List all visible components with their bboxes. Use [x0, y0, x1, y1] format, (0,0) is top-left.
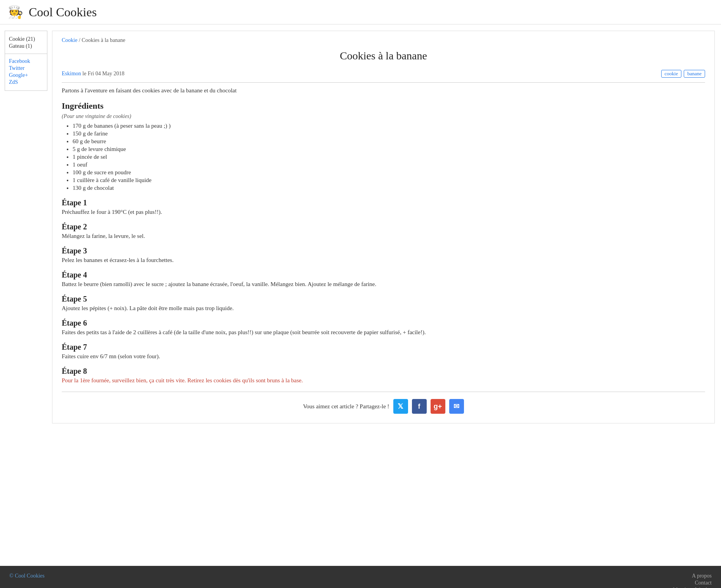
article-author-line: Eskimon le Fri 04 May 2018: [62, 71, 124, 77]
footer-link-contact[interactable]: Contact: [695, 580, 712, 586]
step-6-title: Étape 6: [62, 319, 705, 328]
breadcrumb: Cookie / Cookies à la banane: [62, 37, 705, 43]
page-layout: Cookie (21) Gateau (1) Facebook Twitter …: [0, 24, 721, 566]
sidebar-link-facebook[interactable]: Facebook: [9, 58, 43, 65]
sidebar-item-cookie[interactable]: Cookie (21): [9, 36, 43, 43]
sidebar-social: Facebook Twitter Google+ ZdS: [5, 56, 47, 87]
ingredients-title: Ingrédients: [62, 101, 705, 111]
footer-link-apropos[interactable]: A propos: [692, 573, 712, 579]
share-twitter-button[interactable]: 𝕏: [393, 399, 408, 414]
sidebar-item-gateau[interactable]: Gateau (1): [9, 43, 43, 50]
ingredients-subtitle: (Pour une vingtaine de cookies): [62, 113, 705, 120]
article-intro: Partons à l'aventure en faisant des cook…: [62, 87, 705, 94]
footer-copyright: © Cool Cookies: [9, 573, 45, 579]
footer-site-link[interactable]: © Cool Cookies: [9, 573, 45, 579]
list-item: 1 cuillère à café de vanille liquide: [73, 177, 705, 184]
share-bar: Vous aimez cet article ? Partagez-le ! 𝕏…: [62, 392, 705, 417]
list-item: 130 g de chocolat: [73, 185, 705, 191]
list-item: 1 pincée de sel: [73, 154, 705, 160]
sidebar-link-googleplus[interactable]: Google+: [9, 72, 43, 79]
sidebar: Cookie (21) Gateau (1) Facebook Twitter …: [5, 31, 47, 91]
list-item: 150 g de farine: [73, 130, 705, 137]
article-tags: cookie banane: [661, 70, 705, 78]
ingredients-list: 170 g de bananes (à peser sans la peau ;…: [73, 123, 705, 191]
share-googleplus-button[interactable]: g+: [431, 399, 445, 414]
site-logo-icon: 🧑‍🍳: [8, 5, 23, 19]
list-item: 1 oeuf: [73, 161, 705, 168]
list-item: 170 g de bananes (à peser sans la peau ;…: [73, 123, 705, 129]
meta-divider: [62, 82, 705, 83]
article-meta: Eskimon le Fri 04 May 2018 cookie banane: [62, 70, 705, 78]
step-2-title: Étape 2: [62, 222, 705, 231]
share-email-button[interactable]: ✉: [449, 399, 464, 414]
step-8-text: Pour la 1ère fournée, surveillez bien, ç…: [62, 377, 705, 384]
article-date: le Fri 04 May 2018: [82, 71, 124, 76]
article-title: Cookies à la banane: [62, 50, 705, 62]
breadcrumb-current: Cookies à la banane: [82, 37, 125, 43]
step-7-title: Étape 7: [62, 343, 705, 352]
list-item: 60 g de beurre: [73, 138, 705, 145]
step-1-title: Étape 1: [62, 198, 705, 207]
email-icon: ✉: [453, 402, 459, 411]
site-header: 🧑‍🍳 Cool Cookies: [0, 0, 721, 24]
step-5-text: Ajoutez les pépites (+ noix). La pâte do…: [62, 305, 705, 312]
footer-links: A propos Contact Mentions Légales: [673, 573, 712, 588]
step-6-text: Faites des petits tas à l'aide de 2 cuil…: [62, 329, 705, 336]
googleplus-icon: g+: [434, 402, 442, 411]
sidebar-link-zds[interactable]: ZdS: [9, 79, 43, 86]
sidebar-link-twitter[interactable]: Twitter: [9, 65, 43, 72]
twitter-icon: 𝕏: [398, 402, 403, 411]
breadcrumb-parent[interactable]: Cookie: [62, 37, 77, 43]
step-7-text: Faites cuire env 6/7 mn (selon votre fou…: [62, 353, 705, 360]
list-item: 100 g de sucre en poudre: [73, 169, 705, 176]
tag-banane[interactable]: banane: [684, 70, 705, 78]
tag-cookie[interactable]: cookie: [661, 70, 682, 78]
step-4-text: Battez le beurre (bien ramolli) avec le …: [62, 281, 705, 288]
step-3-title: Étape 3: [62, 246, 705, 255]
step-4-title: Étape 4: [62, 271, 705, 279]
share-label: Vous aimez cet article ? Partagez-le !: [303, 403, 389, 410]
step-5-title: Étape 5: [62, 295, 705, 304]
step-8-title: Étape 8: [62, 367, 705, 376]
sidebar-divider: [5, 54, 47, 54]
share-facebook-button[interactable]: f: [412, 399, 427, 414]
step-3-text: Pelez les bananes et écrasez-les à la fo…: [62, 257, 705, 264]
step-2-text: Mélangez la farine, la levure, le sel.: [62, 233, 705, 239]
facebook-icon: f: [418, 402, 420, 411]
site-title: Cool Cookies: [29, 5, 97, 19]
main-content: Cookie / Cookies à la banane Cookies à l…: [52, 31, 715, 423]
sidebar-categories: Cookie (21) Gateau (1): [5, 34, 47, 51]
site-footer: © Cool Cookies A propos Contact Mentions…: [0, 566, 721, 588]
list-item: 5 g de levure chimique: [73, 146, 705, 153]
step-1-text: Préchauffez le four à 190°C (et pas plus…: [62, 209, 705, 215]
author-link[interactable]: Eskimon: [62, 71, 81, 76]
